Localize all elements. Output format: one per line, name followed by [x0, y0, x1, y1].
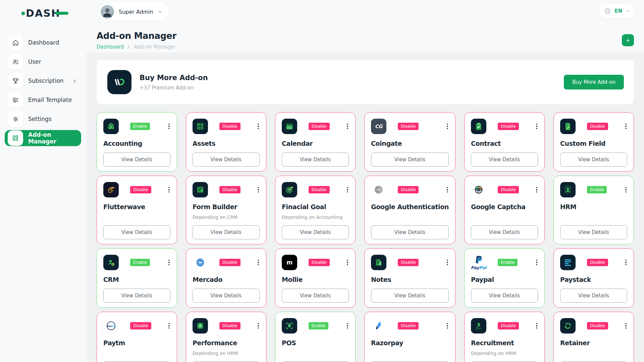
view-details-button[interactable]: View Details	[103, 153, 170, 167]
view-details-button[interactable]: View Details	[560, 153, 627, 167]
card-header: mDisable	[282, 255, 349, 270]
google-authentication-icon	[371, 182, 386, 197]
assets-icon	[193, 119, 208, 134]
sidebar-item-dashboard[interactable]: Dashboard	[5, 35, 81, 51]
card-menu-button[interactable]	[346, 186, 349, 194]
card-menu-button[interactable]	[535, 186, 538, 194]
status-badge: Disable	[398, 123, 419, 130]
card-menu-button[interactable]	[168, 122, 170, 131]
status-badge: Disable	[219, 259, 240, 266]
card-menu-button[interactable]	[346, 258, 349, 267]
add-addon-button[interactable]: +	[622, 34, 634, 46]
card-menu-button[interactable]	[257, 258, 260, 267]
view-details-button[interactable]: View Details	[193, 289, 260, 303]
view-details-button[interactable]: View Details	[471, 225, 538, 239]
card-menu-button[interactable]	[168, 322, 170, 330]
topbar: Super Admin EN	[87, 0, 644, 21]
sidebar-item-label: Email Template	[28, 97, 72, 103]
view-details-button[interactable]: View Details	[371, 225, 449, 239]
addon-card-pos: EnablePOSView Details	[275, 312, 356, 362]
card-menu-button[interactable]	[446, 258, 449, 267]
card-menu-button[interactable]	[535, 322, 538, 330]
card-menu-button[interactable]	[625, 258, 627, 267]
view-details-button[interactable]: View Details	[371, 153, 449, 167]
content-area: Buy More Add-on +37 Premium Add-on Buy M…	[87, 53, 644, 362]
view-details-button[interactable]: View Details	[193, 153, 260, 167]
view-details-button[interactable]: View Details	[282, 225, 349, 239]
card-menu-button[interactable]	[257, 186, 260, 194]
addon-card-mollie: mDisableMollieView Details	[275, 248, 356, 308]
banner-subtitle: +37 Premium Add-on	[140, 85, 208, 91]
card-menu-button[interactable]	[168, 258, 170, 267]
sidebar-item-user[interactable]: User	[5, 54, 81, 70]
calendar-icon	[282, 119, 297, 134]
card-menu-button[interactable]	[625, 122, 627, 131]
card-menu-button[interactable]	[168, 186, 170, 194]
addon-title: Google Authentication	[371, 203, 449, 210]
addon-card-retainer: DisableRetainerView Details	[553, 312, 634, 362]
card-menu-button[interactable]	[625, 322, 627, 330]
addon-card-google-captcha: DisableGoogle CaptchaView Details	[464, 176, 545, 244]
card-menu-button[interactable]	[446, 122, 449, 131]
page-title: Add-on Manager	[97, 31, 176, 41]
card-menu-button[interactable]	[535, 258, 538, 267]
view-details-button[interactable]: View Details	[282, 289, 349, 303]
addon-card-paytm: paytmDisablePaytmView Details	[97, 312, 177, 362]
app-window: DASH DashboardUserSubscriptionEmail Temp…	[0, 0, 644, 362]
buy-more-addon-button[interactable]: Buy More Add-on	[564, 75, 624, 89]
grid-icon	[8, 130, 23, 146]
view-details-button[interactable]: View Details	[193, 225, 260, 239]
sidebar-item-settings[interactable]: Settings	[5, 111, 81, 127]
hrm-icon	[560, 182, 576, 197]
card-menu-button[interactable]	[535, 122, 538, 131]
view-details-button[interactable]: View Details	[471, 289, 538, 303]
view-details-button[interactable]: View Details	[560, 289, 627, 303]
addon-title: Performance	[193, 339, 260, 347]
view-details-button[interactable]: View Details	[103, 225, 170, 239]
home-icon	[8, 35, 23, 50]
card-menu-button[interactable]	[346, 122, 349, 131]
card-header: Disable	[471, 119, 538, 134]
addon-title: Form Builder	[193, 203, 260, 210]
sidebar-item-subscription[interactable]: Subscription	[5, 73, 81, 89]
card-header: Disable	[282, 119, 349, 134]
card-header: Disable	[193, 119, 260, 134]
sidebar-item-email-template[interactable]: Email Template	[5, 92, 81, 108]
card-header: Enable	[103, 255, 170, 270]
chevron-down-icon	[158, 9, 162, 14]
card-header: Disable	[371, 255, 449, 270]
status-badge: Enable	[309, 322, 328, 329]
card-menu-button[interactable]	[346, 322, 349, 330]
card-menu-button[interactable]	[446, 186, 449, 194]
card-header: Disable	[560, 119, 627, 134]
addon-card-razorpay: DisableRazorpayView Details	[364, 312, 455, 362]
card-menu-button[interactable]	[446, 322, 449, 330]
addon-title: Contract	[471, 140, 538, 147]
view-details-button[interactable]: View Details	[371, 289, 449, 303]
addon-card-notes: DisableNotesView Details	[364, 248, 455, 308]
card-menu-button[interactable]	[257, 122, 260, 131]
users-icon	[8, 54, 23, 69]
contract-icon	[471, 119, 486, 134]
card-menu-button[interactable]	[257, 322, 260, 330]
addon-title: Paytm	[103, 339, 170, 347]
addon-title: Custom Field	[560, 140, 627, 147]
sidebar-item-label: Dashboard	[28, 39, 59, 46]
status-badge: Disable	[498, 186, 519, 193]
performance-icon	[193, 318, 208, 334]
view-details-button[interactable]: View Details	[103, 289, 170, 303]
view-details-button[interactable]: View Details	[471, 153, 538, 167]
sidebar-item-add-on-manager[interactable]: Add-on Manager	[5, 130, 81, 146]
form-builder-icon	[193, 182, 208, 197]
card-header: Disable	[560, 318, 627, 334]
status-badge: Disable	[498, 322, 519, 329]
card-header: Disable	[471, 318, 538, 334]
view-details-button[interactable]: View Details	[560, 225, 627, 239]
card-menu-button[interactable]	[625, 186, 627, 194]
language-selector[interactable]: EN	[599, 4, 635, 18]
globe-icon	[604, 7, 611, 15]
user-menu[interactable]: Super Admin	[98, 3, 169, 21]
breadcrumb-link-dashboard[interactable]: Dashboard	[97, 44, 124, 50]
view-details-button[interactable]: View Details	[282, 153, 349, 167]
svg-text:paytm: paytm	[107, 324, 115, 327]
